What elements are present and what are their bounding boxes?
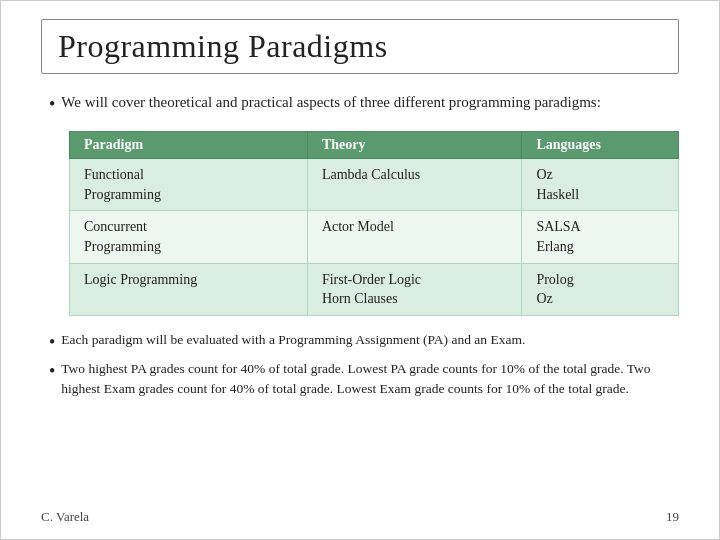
cell-theory: Lambda Calculus <box>307 159 521 211</box>
bottom-bullet-1: •Two highest PA grades count for 40% of … <box>49 359 679 400</box>
footer-right: 19 <box>666 509 679 525</box>
table-row: FunctionalProgrammingLambda CalculusOzHa… <box>70 159 679 211</box>
cell-paradigm: FunctionalProgramming <box>70 159 308 211</box>
intro-bullet-text: We will cover theoretical and practical … <box>61 92 601 114</box>
footer-left: C. Varela <box>41 509 89 525</box>
bottom-bullet-text-1: Two highest PA grades count for 40% of t… <box>61 359 679 400</box>
table-row: Logic ProgrammingFirst-Order LogicHorn C… <box>70 263 679 315</box>
bottom-bullet-text-0: Each paradigm will be evaluated with a P… <box>61 330 525 350</box>
bottom-bullet-dot-0: • <box>49 330 55 355</box>
col-header-languages: Languages <box>522 132 679 159</box>
bottom-bullet-0: •Each paradigm will be evaluated with a … <box>49 330 679 355</box>
table-row: ConcurrentProgrammingActor ModelSALSAErl… <box>70 211 679 263</box>
cell-theory: Actor Model <box>307 211 521 263</box>
col-header-theory: Theory <box>307 132 521 159</box>
slide: Programming Paradigms • We will cover th… <box>0 0 720 540</box>
table-header-row: Paradigm Theory Languages <box>70 132 679 159</box>
cell-paradigm: ConcurrentProgramming <box>70 211 308 263</box>
cell-languages: SALSAErlang <box>522 211 679 263</box>
cell-languages: PrologOz <box>522 263 679 315</box>
cell-languages: OzHaskell <box>522 159 679 211</box>
cell-theory: First-Order LogicHorn Clauses <box>307 263 521 315</box>
cell-paradigm: Logic Programming <box>70 263 308 315</box>
intro-bullet: • We will cover theoretical and practica… <box>49 92 679 117</box>
intro-bullet-dot: • <box>49 92 55 117</box>
col-header-paradigm: Paradigm <box>70 132 308 159</box>
bottom-bullet-dot-1: • <box>49 359 55 384</box>
bottom-bullets: •Each paradigm will be evaluated with a … <box>49 330 679 400</box>
paradigms-table: Paradigm Theory Languages FunctionalProg… <box>69 131 679 316</box>
title-box: Programming Paradigms <box>41 19 679 74</box>
slide-title: Programming Paradigms <box>58 28 388 64</box>
footer: C. Varela 19 <box>41 503 679 525</box>
